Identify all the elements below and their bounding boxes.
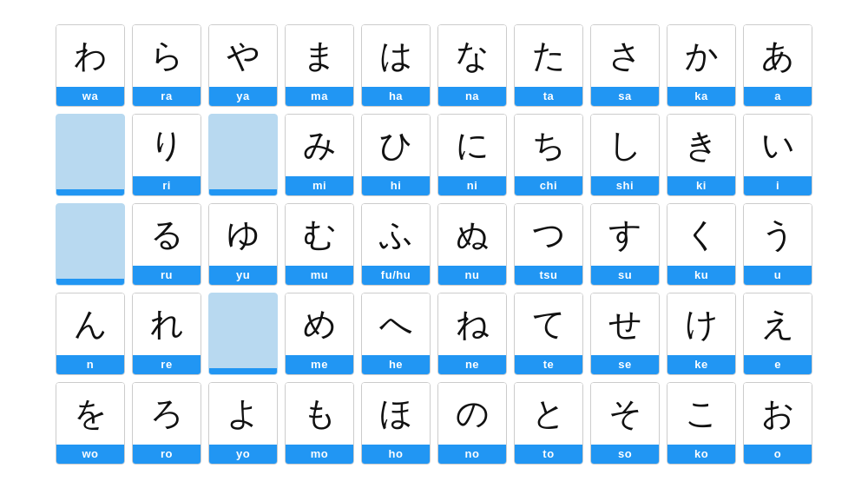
kana-roman-2-2: yu [209, 266, 277, 285]
kana-char-3-0: ん [56, 293, 124, 355]
kana-char-0-5: な [438, 25, 506, 87]
kana-roman-4-0: wo [56, 445, 124, 464]
kana-cell-1-2[interactable] [208, 114, 278, 196]
kana-cell-2-8[interactable]: くku [667, 203, 736, 286]
kana-char-0-7: さ [591, 25, 659, 87]
kana-roman-4-3: mo [286, 445, 353, 464]
kana-cell-0-3[interactable]: まma [285, 24, 354, 107]
kana-cell-2-1[interactable]: るru [132, 203, 201, 286]
kana-cell-1-0[interactable] [56, 114, 125, 196]
kana-roman-2-3: mu [286, 266, 353, 285]
kana-char-3-5: ね [438, 293, 506, 355]
kana-cell-4-3[interactable]: もmo [285, 382, 354, 465]
kana-cell-4-9[interactable]: おo [743, 382, 812, 465]
kana-roman-3-0: n [56, 355, 124, 374]
kana-cell-4-1[interactable]: ろro [132, 382, 201, 465]
kana-cell-3-9[interactable]: えe [743, 293, 812, 375]
kana-roman-1-6: chi [515, 176, 582, 195]
kana-char-4-7: そ [591, 383, 659, 445]
kana-cell-4-2[interactable]: よyo [208, 382, 278, 465]
kana-cell-2-4[interactable]: ふfu/hu [361, 203, 431, 286]
kana-char-3-3: め [286, 293, 353, 355]
kana-cell-2-0[interactable] [56, 203, 125, 286]
kana-char-2-2: ゆ [209, 204, 277, 266]
kana-cell-3-6[interactable]: てte [514, 293, 583, 375]
kana-cell-3-5[interactable]: ねne [437, 293, 507, 375]
kana-roman-1-3: mi [286, 176, 353, 195]
kana-roman-1-0 [56, 189, 124, 195]
kana-char-3-6: て [515, 293, 582, 355]
kana-cell-3-7[interactable]: せse [590, 293, 660, 375]
kana-cell-4-8[interactable]: こko [667, 382, 736, 465]
kana-cell-2-5[interactable]: ぬnu [437, 203, 507, 286]
kana-cell-0-1[interactable]: らra [132, 24, 201, 107]
kana-cell-0-4[interactable]: はha [361, 24, 431, 107]
kana-cell-3-4[interactable]: へhe [361, 293, 431, 375]
kana-cell-1-7[interactable]: しshi [590, 114, 660, 196]
kana-char-0-9: あ [744, 25, 812, 87]
kana-cell-2-9[interactable]: うu [743, 203, 812, 286]
kana-char-1-8: き [667, 115, 735, 176]
kana-roman-4-9: o [744, 445, 812, 464]
kana-cell-3-3[interactable]: めme [285, 293, 354, 375]
kana-cell-4-5[interactable]: のno [437, 382, 507, 465]
grid-row-4: をwoろroよyoもmoほhoのnoとtoそsoこkoおo [56, 382, 812, 465]
kana-roman-4-1: ro [133, 445, 201, 464]
kana-cell-3-2[interactable] [208, 293, 278, 375]
kana-char-4-5: の [438, 383, 506, 445]
kana-char-4-6: と [515, 383, 582, 445]
kana-char-4-1: ろ [133, 383, 201, 445]
kana-roman-1-8: ki [667, 176, 735, 195]
kana-char-0-4: は [362, 25, 430, 87]
kana-roman-1-4: hi [362, 176, 430, 195]
kana-cell-1-8[interactable]: きki [667, 114, 736, 196]
kana-char-3-2 [209, 293, 277, 368]
kana-cell-0-9[interactable]: あa [743, 24, 812, 107]
kana-char-4-2: よ [209, 383, 277, 445]
kana-roman-2-1: ru [133, 266, 201, 285]
kana-cell-1-3[interactable]: みmi [285, 114, 354, 196]
kana-roman-0-2: ya [209, 87, 277, 106]
kana-roman-0-4: ha [362, 87, 430, 106]
kana-roman-4-7: so [591, 445, 659, 464]
kana-cell-0-2[interactable]: やya [208, 24, 278, 107]
kana-cell-3-0[interactable]: んn [56, 293, 125, 375]
kana-char-2-6: つ [515, 204, 582, 266]
kana-char-4-0: を [56, 383, 124, 445]
kana-cell-4-4[interactable]: ほho [361, 382, 431, 465]
kana-cell-3-8[interactable]: けke [667, 293, 736, 375]
kana-roman-2-6: tsu [515, 266, 582, 285]
kana-cell-1-4[interactable]: ひhi [361, 114, 431, 196]
kana-char-1-9: い [744, 115, 812, 176]
kana-cell-1-5[interactable]: にni [437, 114, 507, 196]
kana-char-2-0 [56, 204, 124, 279]
kana-cell-0-6[interactable]: たta [514, 24, 583, 107]
kana-cell-3-1[interactable]: れre [132, 293, 201, 375]
kana-cell-2-6[interactable]: つtsu [514, 203, 583, 286]
kana-cell-4-7[interactable]: そso [590, 382, 660, 465]
kana-roman-3-1: re [133, 355, 201, 374]
kana-roman-3-2 [209, 368, 277, 374]
kana-cell-4-0[interactable]: をwo [56, 382, 125, 465]
kana-char-0-1: ら [133, 25, 201, 87]
kana-roman-2-4: fu/hu [362, 266, 430, 285]
kana-cell-1-9[interactable]: いi [743, 114, 812, 196]
kana-cell-2-7[interactable]: すsu [590, 203, 660, 286]
kana-char-3-8: け [667, 293, 735, 355]
kana-cell-4-6[interactable]: とto [514, 382, 583, 465]
kana-roman-4-8: ko [667, 445, 735, 464]
kana-cell-1-1[interactable]: りri [132, 114, 201, 196]
kana-cell-0-7[interactable]: さsa [590, 24, 660, 107]
kana-cell-0-8[interactable]: かka [667, 24, 736, 107]
kana-cell-0-5[interactable]: なna [437, 24, 507, 107]
kana-roman-3-6: te [515, 355, 582, 374]
kana-cell-2-3[interactable]: むmu [285, 203, 354, 286]
kana-char-2-8: く [667, 204, 735, 266]
kana-cell-0-0[interactable]: わwa [56, 24, 125, 107]
kana-roman-2-7: su [591, 266, 659, 285]
kana-char-4-3: も [286, 383, 353, 445]
kana-roman-3-7: se [591, 355, 659, 374]
kana-cell-2-2[interactable]: ゆyu [208, 203, 278, 286]
kana-roman-1-5: ni [438, 176, 506, 195]
kana-cell-1-6[interactable]: ちchi [514, 114, 583, 196]
